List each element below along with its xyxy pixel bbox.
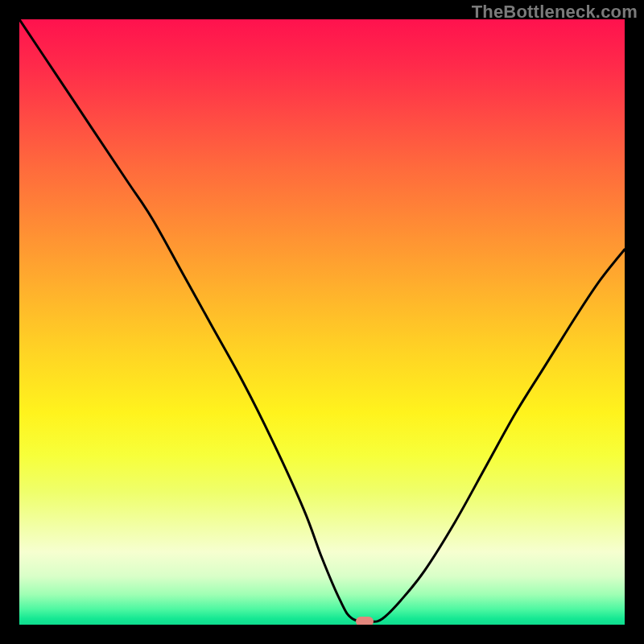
plot-area — [19, 19, 625, 625]
optimal-marker — [356, 617, 374, 625]
bottleneck-curve — [19, 19, 625, 625]
watermark-text: TheBottleneck.com — [472, 2, 638, 23]
chart-stage: TheBottleneck.com — [0, 0, 644, 644]
